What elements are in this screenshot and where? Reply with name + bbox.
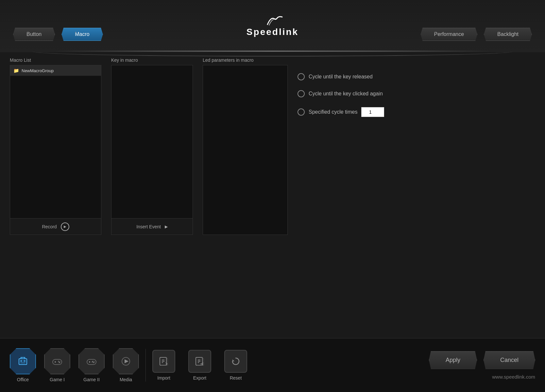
- action-item-reset[interactable]: Reset: [224, 350, 247, 381]
- media-icon-wrap: [113, 348, 139, 374]
- apply-button[interactable]: Apply: [429, 351, 477, 369]
- svg-rect-3: [20, 363, 26, 363]
- options-column: Cycle until the key released Cycle until…: [298, 65, 535, 235]
- led-params-panel: [203, 65, 288, 235]
- radio-label-1: Cycle until the key released: [309, 74, 373, 80]
- reset-label: Reset: [230, 375, 242, 381]
- game2-icon: [86, 355, 97, 367]
- export-icon: [195, 356, 205, 367]
- svg-marker-28: [232, 359, 234, 361]
- export-label: Export: [193, 375, 206, 381]
- tab-button[interactable]: Button: [13, 28, 55, 41]
- columns: 📁 NewMacroGroup Record ▶ Insert Event ▶: [10, 65, 535, 235]
- folder-icon: 📁: [13, 68, 19, 73]
- action-item-export[interactable]: Export: [188, 350, 211, 381]
- svg-rect-2: [24, 360, 26, 362]
- game2-label: Game II: [83, 377, 100, 382]
- led-params-label: Led parameters in macro: [203, 57, 288, 63]
- logo-icon: [253, 15, 292, 27]
- export-icon-wrap: [188, 350, 211, 373]
- office-label: Office: [17, 377, 29, 382]
- import-icon-wrap: [152, 350, 175, 373]
- svg-marker-18: [125, 359, 128, 363]
- nav-tabs: Button Macro Performance Backlight: [0, 28, 545, 41]
- office-icon-wrap: [10, 348, 36, 374]
- macro-list-column: 📁 NewMacroGroup Record ▶: [10, 65, 101, 235]
- led-params-column: [203, 65, 288, 235]
- arrow-icon: ▶: [165, 224, 168, 229]
- media-icon: [120, 355, 132, 367]
- tab-backlight[interactable]: Backlight: [484, 28, 532, 41]
- macro-list-panel: 📁 NewMacroGroup Record ▶: [10, 65, 101, 235]
- radio-circle-2: [298, 90, 305, 97]
- insert-event-footer[interactable]: Insert Event ▶: [111, 218, 193, 235]
- nav-left: Button Macro: [13, 28, 103, 41]
- macro-list-label: Macro List: [10, 57, 101, 63]
- radio-label-2: Cycle until the key clicked again: [309, 91, 383, 97]
- macro-item-name: NewMacroGroup: [22, 68, 54, 73]
- reset-icon: [230, 356, 241, 367]
- radio-circle-1: [298, 73, 305, 80]
- game2-icon-wrap: [78, 348, 105, 374]
- tab-macro[interactable]: Macro: [61, 28, 103, 41]
- profile-item-media[interactable]: Media: [113, 348, 139, 382]
- office-icon: [17, 355, 29, 367]
- radio-option-2[interactable]: Cycle until the key clicked again: [298, 90, 535, 97]
- media-label: Media: [120, 377, 132, 382]
- cycle-times-row: Specified cycle times: [298, 107, 535, 117]
- import-icon: [159, 356, 169, 367]
- nav-right: Performance Backlight: [420, 28, 532, 41]
- column-labels: Macro List Key in macro Led parameters i…: [10, 57, 535, 63]
- header-curve: [33, 47, 512, 57]
- svg-point-16: [92, 362, 93, 363]
- cycle-times-input[interactable]: [361, 107, 384, 117]
- radio-circle-3: [298, 108, 305, 116]
- profile-icons: Office Game I: [10, 348, 139, 382]
- insert-event-label: Insert Event: [136, 224, 161, 229]
- radio-option-1[interactable]: Cycle until the key released: [298, 73, 535, 80]
- action-icons: Import Export: [152, 350, 247, 381]
- profile-item-game1[interactable]: Game I: [44, 348, 70, 382]
- svg-rect-10: [87, 359, 96, 365]
- header-line: [0, 51, 545, 52]
- cancel-button[interactable]: Cancel: [484, 351, 535, 369]
- record-footer[interactable]: Record ▶: [10, 218, 101, 235]
- svg-point-15: [93, 362, 94, 363]
- footer: Office Game I: [0, 338, 545, 392]
- main-content: Macro List Key in macro Led parameters i…: [10, 57, 535, 336]
- list-item[interactable]: 📁 NewMacroGroup: [10, 65, 101, 76]
- radio-label-3: Specified cycle times: [309, 109, 357, 115]
- tab-performance[interactable]: Performance: [420, 28, 477, 41]
- footer-buttons: Apply Cancel: [429, 351, 535, 369]
- website-text: www.speedlink.com: [492, 374, 535, 380]
- svg-point-9: [59, 362, 60, 363]
- footer-right: Apply Cancel www.speedlink.com: [429, 351, 535, 380]
- game1-label: Game I: [50, 377, 65, 382]
- svg-rect-4: [53, 359, 62, 365]
- reset-icon-wrap: [224, 350, 247, 373]
- key-in-macro-column: Insert Event ▶: [111, 65, 193, 235]
- separator: [145, 349, 146, 382]
- import-label: Import: [157, 375, 170, 381]
- profile-item-game2[interactable]: Game II: [78, 348, 105, 382]
- game1-icon: [51, 355, 63, 367]
- svg-point-7: [58, 361, 59, 362]
- action-item-import[interactable]: Import: [152, 350, 175, 381]
- profile-item-office[interactable]: Office: [10, 348, 36, 382]
- header: Speedlink Button Macro Performance Backl…: [0, 0, 545, 52]
- svg-rect-1: [20, 360, 22, 362]
- key-in-macro-label: Key in macro: [111, 57, 193, 63]
- svg-rect-0: [19, 359, 27, 365]
- record-icon: ▶: [61, 222, 69, 231]
- record-label: Record: [42, 224, 57, 229]
- game1-icon-wrap: [44, 348, 70, 374]
- radio-option-3[interactable]: Specified cycle times: [298, 108, 357, 116]
- key-in-macro-panel: Insert Event ▶: [111, 65, 193, 235]
